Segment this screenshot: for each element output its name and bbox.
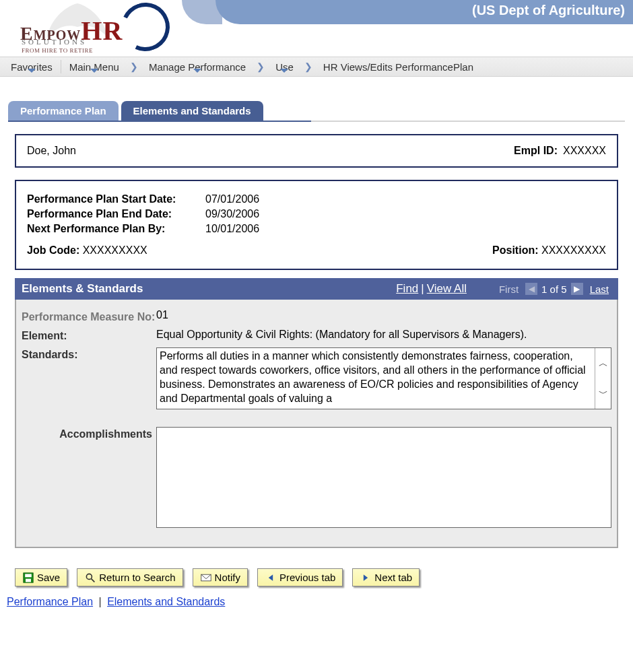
pager-first-link[interactable]: First xyxy=(496,283,521,295)
breadcrumb-use[interactable]: Use xyxy=(269,61,300,73)
pager-last-link[interactable]: Last xyxy=(587,283,611,295)
element-label: Element: xyxy=(22,329,156,342)
plan-start-value: 07/01/2006 xyxy=(205,193,259,205)
logo: EmpowHR SOLUTIONS FROM HIRE TO RETIRE xyxy=(20,0,162,57)
next-label: Next tab xyxy=(374,572,412,583)
chevron-right-icon: ❯ xyxy=(257,61,265,72)
envelope-icon xyxy=(200,572,212,583)
breadcrumb-separator xyxy=(61,60,61,73)
jobcode-block: Job Code: XXXXXXXXX xyxy=(27,244,147,257)
header-banner: (US Dept of Agriculture) EmpowHR SOLUTIO… xyxy=(0,0,633,57)
plan-start-label: Performance Plan Start Date: xyxy=(27,193,205,205)
find-link[interactable]: Find xyxy=(393,282,421,296)
plan-panel: Performance Plan Start Date: 07/01/2006 … xyxy=(15,180,618,270)
breadcrumb-current[interactable]: HR Views/Edits PerformancePlan xyxy=(316,61,480,73)
link-divider: | xyxy=(96,596,104,607)
svg-point-3 xyxy=(87,574,92,579)
chevron-right-icon: ❯ xyxy=(130,61,138,72)
svg-rect-1 xyxy=(25,574,32,577)
return-to-search-button[interactable]: Return to Search xyxy=(77,568,182,586)
svg-rect-2 xyxy=(26,578,31,582)
chevron-right-icon: ❯ xyxy=(304,61,312,72)
accomplishments-textarea-wrap xyxy=(156,427,611,528)
previous-tab-button[interactable]: Previous tab xyxy=(257,568,343,586)
tab-elements-standards[interactable]: Elements and Standards xyxy=(121,101,263,121)
next-tab-button[interactable]: Next tab xyxy=(352,568,420,586)
section-body: Performance Measure No: 01 Element: Equa… xyxy=(15,300,618,548)
return-label: Return to Search xyxy=(99,572,175,583)
search-icon xyxy=(84,572,96,583)
arrow-right-icon xyxy=(360,572,372,583)
save-button[interactable]: Save xyxy=(15,568,67,586)
standards-label: Standards: xyxy=(22,347,156,361)
viewall-link[interactable]: View All xyxy=(424,282,469,296)
breadcrumb-main-menu[interactable]: Main Menu xyxy=(63,61,126,73)
plan-next-value: 10/01/2006 xyxy=(205,223,259,235)
elements-standards-section: Elements & Standards Find | View All Fir… xyxy=(15,278,618,548)
position-value: XXXXXXXXX xyxy=(541,244,606,256)
pager-next-icon[interactable]: ▶ xyxy=(571,283,583,295)
action-buttons: Save Return to Search Notify Previous ta… xyxy=(15,568,618,586)
accomplishments-input[interactable] xyxy=(157,428,611,527)
jobcode-label: Job Code: xyxy=(27,244,79,256)
plan-end-label: Performance Plan End Date: xyxy=(27,208,205,220)
prev-label: Previous tab xyxy=(279,572,335,583)
save-label: Save xyxy=(37,572,60,583)
tab-strip: Performance Plan Elements and Standards xyxy=(8,101,633,121)
breadcrumb-manage-performance[interactable]: Manage Performance xyxy=(142,61,253,73)
plan-next-label: Next Performance Plan By: xyxy=(27,223,205,235)
logo-tagline: FROM HIRE TO RETIRE xyxy=(22,47,93,54)
tab-performance-plan[interactable]: Performance Plan xyxy=(8,101,119,121)
tab-underline xyxy=(8,121,625,122)
accomplishments-label: Accomplishments xyxy=(22,427,156,440)
pager-prev-icon[interactable]: ◀ xyxy=(525,283,537,295)
scroll-down-icon[interactable]: ﹀ xyxy=(595,378,611,409)
logo-ring-icon xyxy=(114,0,176,58)
arrow-left-icon xyxy=(265,572,277,583)
employee-panel: Doe, John Empl ID: XXXXXX xyxy=(15,134,618,168)
scroll-up-icon[interactable]: ︿ xyxy=(595,348,611,378)
measure-label: Performance Measure No: xyxy=(22,309,156,323)
bottom-link-elements-standards[interactable]: Elements and Standards xyxy=(107,596,225,607)
employee-id-label: Empl ID: xyxy=(514,145,558,157)
element-value: Equal Opportunity & Civil Rights: (Manda… xyxy=(156,329,611,341)
breadcrumb-favorites[interactable]: Favorites xyxy=(4,61,59,73)
section-title: Elements & Standards xyxy=(22,282,393,296)
employee-name: Doe, John xyxy=(27,145,76,157)
employee-id-block: Empl ID: XXXXXX xyxy=(514,145,606,157)
position-block: Position: XXXXXXXXX xyxy=(492,244,606,257)
measure-value: 01 xyxy=(156,309,611,321)
svg-line-4 xyxy=(92,578,95,582)
org-title: (US Dept of Agriculture) xyxy=(215,0,633,24)
employee-id-value: XXXXXX xyxy=(563,145,606,157)
standards-scroll: ︿ ﹀ xyxy=(595,348,611,409)
notify-label: Notify xyxy=(215,572,240,583)
breadcrumb: Favorites Main Menu ❯ Manage Performance… xyxy=(0,57,633,77)
plan-end-value: 09/30/2006 xyxy=(205,208,259,220)
position-label: Position: xyxy=(492,244,538,256)
jobcode-value: XXXXXXXXX xyxy=(83,244,147,256)
logo-word-hr: HR xyxy=(81,15,123,46)
standards-textarea-wrap: Performs all duties in a manner which co… xyxy=(156,347,611,409)
pager-count: 1 of 5 xyxy=(541,283,567,295)
section-header: Elements & Standards Find | View All Fir… xyxy=(15,278,618,300)
logo-subtitle: SOLUTIONS xyxy=(22,38,87,46)
bottom-tab-links: Performance Plan | Elements and Standard… xyxy=(7,596,626,608)
pager: First ◀ 1 of 5 ▶ Last xyxy=(496,283,611,295)
notify-button[interactable]: Notify xyxy=(193,568,248,586)
bottom-link-performance-plan[interactable]: Performance Plan xyxy=(7,596,93,607)
save-disk-icon xyxy=(22,572,34,583)
standards-text[interactable]: Performs all duties in a manner which co… xyxy=(157,348,595,409)
